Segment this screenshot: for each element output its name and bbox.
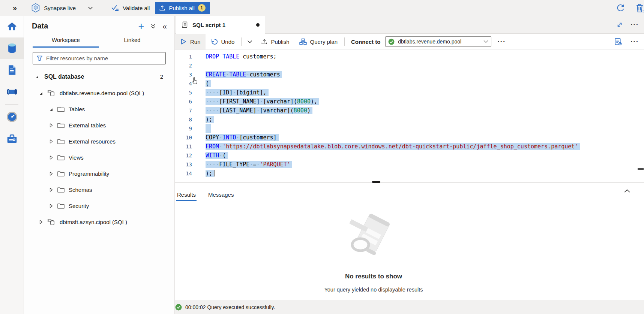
run-options-chevron-icon[interactable] [243,40,256,43]
publish-button[interactable]: Publish [256,34,294,49]
line-number: 12 [175,151,192,160]
twisty-expanded-icon[interactable] [48,107,54,112]
twisty-collapsed-icon[interactable] [48,171,54,176]
tab-sql-script-1[interactable]: SQL script 1 [176,16,265,34]
line-number: 10 [175,133,192,142]
tree-item-programmability[interactable]: Programmability [24,166,174,182]
publish-all-button[interactable]: Publish all 1 [155,2,210,14]
line-number: 13 [175,160,192,169]
properties-icon[interactable] [614,37,623,46]
tree-item-security[interactable]: Security [24,198,174,214]
tree-item-external-resources[interactable]: External resources [24,133,174,150]
document-icon [7,64,17,76]
tab-linked[interactable]: Linked [99,33,165,48]
connection-dropdown[interactable]: dbtlabs.revenue.demo.pool [385,36,491,47]
collapse-panel-icon[interactable]: « [162,23,167,29]
double-chevron-down-icon[interactable] [150,23,156,29]
tree-item-views[interactable]: Views [24,150,174,166]
tab-workspace[interactable]: Workspace [33,33,99,48]
code-line[interactable]: 13····FILE_TYPE·=·'PARQUET' [175,160,644,169]
undo-label: Undo [221,39,235,45]
code-line[interactable]: 8); [175,115,644,124]
code-line[interactable]: 5····[ID]·[bigint], [175,88,644,97]
tree-item-tables[interactable]: Tables [24,101,174,117]
line-content: ····[FIRST_NAME]·[varchar](8000), [192,97,319,106]
twisty-expanded-icon[interactable] [38,91,44,96]
undo-button[interactable]: Undo [206,34,240,49]
editor-toolbar: Run Undo Publish [175,34,644,50]
rail-item-manage[interactable] [0,128,24,150]
code-line[interactable]: 9 [175,124,644,133]
twisty-collapsed-icon[interactable] [48,123,54,128]
line-content: CREATE·TABLE·customers [192,70,282,79]
code-line[interactable]: 3CREATE·TABLE·customers [175,70,644,79]
expand-rail-icon[interactable]: » [13,4,17,12]
tree-item-dbtlabs-revenue-demo-pool-sql[interactable]: dbtlabs.revenue.demo.pool (SQL) [24,85,174,101]
expand-editor-icon[interactable] [616,21,623,28]
sql-pool-icon [47,218,56,226]
code-line[interactable]: 10COPY·INTO·[customers] [175,133,644,142]
code-line[interactable]: 2 [175,61,644,70]
twisty-collapsed-icon[interactable] [48,155,54,160]
twisty-collapsed-icon[interactable] [48,139,54,144]
validate-all-button[interactable]: Validate all [111,4,150,12]
upload-icon [261,39,267,45]
connected-check-icon [388,39,395,45]
tab-more-actions-icon[interactable]: ··· [630,23,639,27]
selection-highlight: ····FILE_TYPE·=·'PARQUET' [206,161,292,168]
code-editor-lines: 1DROP TABLE customers;23CREATE·TABLE·cus… [175,52,644,178]
tree-item-schemas[interactable]: Schemas [24,182,174,198]
tree-item-external-tables[interactable]: External tables [24,117,174,133]
trash-icon[interactable] [635,3,644,13]
line-number: 9 [175,124,192,133]
tree-item-label: Views [69,154,84,161]
scrollbar-thumb[interactable] [638,168,644,170]
selection-highlight: ); [206,170,214,177]
twisty-collapsed-icon[interactable] [48,187,54,192]
filter-input[interactable] [46,55,162,61]
folder-icon [57,171,65,176]
refresh-icon[interactable] [616,3,625,13]
tab-messages[interactable]: Messages [207,191,234,201]
rail-item-integrate[interactable] [0,81,24,103]
line-content: ····FILE_TYPE·=·'PARQUET' [192,160,292,169]
connection-value: dbtlabs.revenue.demo.pool [398,39,461,45]
code-line[interactable]: 1DROP TABLE customers; [175,52,644,61]
code-line[interactable]: 4( [175,79,644,88]
query-plan-button[interactable]: Query plan [294,34,342,49]
toolbar-more-icon[interactable]: ··· [497,40,506,43]
resource-tree: SQL database2dbtlabs.revenue.demo.pool (… [24,69,174,230]
add-resource-button[interactable]: + [138,22,144,30]
twisty-expanded-icon[interactable] [34,75,40,79]
rail-item-develop[interactable] [0,59,24,81]
empty-results-title: No results to show [175,273,572,280]
mode-selector[interactable]: Synapse live [31,3,93,13]
line-number: 14 [175,169,192,178]
code-line[interactable]: 12WITH·( [175,151,644,160]
code-line[interactable]: 14); [175,169,644,178]
line-number: 3 [175,70,192,79]
tree-item-count: 2 [160,73,174,80]
validate-label: Validate all [123,5,150,11]
rail-item-home[interactable] [0,16,24,37]
tree-item-dbtmsft-azsyn-cipool-sql[interactable]: dbtmsft.azsyn.cipool (SQL) [24,214,174,230]
code-line[interactable]: 7····[LAST_NAME]·[varchar](8000) [175,106,644,115]
code-line[interactable]: 11FROM·'https://dbtlabsynapsedatalake.bl… [175,142,644,151]
splitter-drag-handle[interactable] [372,181,380,183]
synapse-live-icon [31,3,40,13]
chevron-down-icon [88,6,93,10]
code-line[interactable]: 6····[FIRST_NAME]·[varchar](8000), [175,97,644,106]
no-results-illustration [345,212,402,259]
editor-more-actions-icon[interactable]: ··· [630,40,639,43]
twisty-collapsed-icon[interactable] [38,220,44,224]
rail-item-data[interactable] [0,37,24,59]
run-button[interactable]: Run [175,34,206,49]
tab-results[interactable]: Results [176,191,197,201]
selection-highlight: COPY·INTO·[customers] [206,134,279,141]
code-editor[interactable]: 1DROP TABLE customers;23CREATE·TABLE·cus… [175,50,644,182]
twisty-collapsed-icon[interactable] [48,203,54,208]
collapse-results-chevron-icon[interactable] [624,189,630,193]
rail-item-monitor[interactable] [0,106,24,128]
tree-item-sql-database[interactable]: SQL database2 [24,69,174,85]
folder-icon [57,139,65,144]
